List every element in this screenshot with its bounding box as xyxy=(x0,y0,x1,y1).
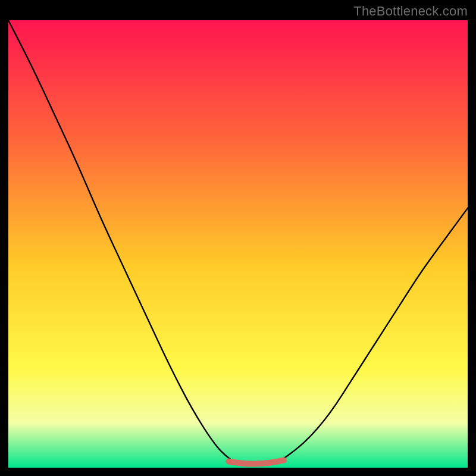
gradient-background xyxy=(8,20,468,468)
bottleneck-curve-chart xyxy=(8,20,468,468)
watermark-text: TheBottleneck.com xyxy=(353,4,468,19)
chart-frame xyxy=(8,20,468,468)
